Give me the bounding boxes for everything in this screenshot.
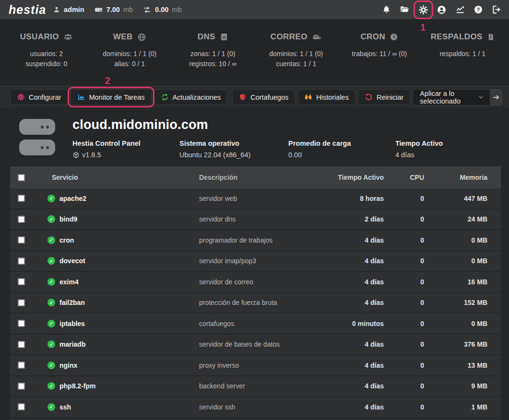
load-value: 0.00	[288, 151, 395, 159]
disk-value: 7.00	[107, 6, 120, 13]
chart-area-icon	[77, 93, 85, 101]
stats-strip: USUARIO usuarios: 2 suspendido: 0 WEB do…	[0, 19, 509, 86]
status-ok-icon	[47, 382, 55, 390]
services-table: Servicio Descripción Tiempo Activo CPU M…	[10, 166, 501, 420]
topbar-bandwidth-usage: 0.00 mb	[142, 5, 181, 14]
row-checkbox[interactable]	[18, 403, 25, 410]
services-table-header: Servicio Descripción Tiempo Activo CPU M…	[10, 166, 501, 188]
table-row[interactable]: iptables cortafuegos 0 minutos 0 0 MB	[10, 314, 501, 335]
stat-web-line1: dominios: 1 / 1 (0)	[88, 49, 172, 59]
service-name: fail2ban	[59, 299, 85, 306]
stat-correo-label: CORREO	[271, 32, 308, 42]
topbar-user[interactable]: admin	[53, 6, 84, 13]
service-cpu: 0	[399, 215, 438, 223]
table-row[interactable]: mariadb servidor de bases de datos 4 día…	[10, 335, 501, 356]
row-checkbox[interactable]	[18, 299, 25, 306]
users-icon	[63, 32, 73, 42]
service-name: exim4	[59, 278, 79, 286]
row-checkbox[interactable]	[18, 341, 25, 348]
updates-button[interactable]: Actualizaciones	[154, 89, 228, 105]
status-ok-icon	[47, 340, 55, 348]
status-ok-icon	[47, 362, 55, 369]
file-zip-icon	[487, 33, 495, 41]
table-row[interactable]: bind9 servidor dns 2 días 0 24 MB	[10, 210, 501, 231]
folder-open-icon[interactable]	[399, 5, 410, 14]
row-checkbox[interactable]	[18, 216, 25, 223]
logout-icon[interactable]	[491, 5, 501, 14]
table-row[interactable]: ssh servidor ssh 4 días 0 1 MB	[10, 397, 501, 418]
panel-info-block: Hestia Control Panel v1.8.5	[72, 140, 179, 159]
service-uptime: 4 días	[313, 299, 399, 306]
apply-to-selected-dropdown[interactable]: Aplicar a lo seleccionado	[413, 89, 490, 105]
service-memory: 376 MB	[438, 340, 501, 348]
task-monitor-button[interactable]: Monitor de Tareas	[71, 89, 152, 105]
question-circle-icon[interactable]: ?	[473, 5, 483, 14]
status-ok-icon	[47, 403, 55, 411]
row-checkbox[interactable]	[18, 236, 25, 244]
row-checkbox[interactable]	[18, 257, 25, 265]
service-uptime: 4 días	[313, 362, 399, 369]
row-checkbox[interactable]	[18, 195, 25, 202]
table-row[interactable]: nginx proxy inverso 4 días 0 13 MB	[10, 355, 501, 376]
service-memory: 9 MB	[438, 382, 501, 390]
refresh-icon	[161, 93, 169, 101]
server-main: cloud.midominio.com Hestia Control Panel…	[72, 116, 502, 165]
stat-usuario[interactable]: USUARIO usuarios: 2 suspendido: 0	[5, 32, 88, 86]
disk-unit: mb	[123, 6, 133, 13]
table-row[interactable]: apache2 servidor web 8 horas 0 447 MB	[10, 188, 501, 210]
updates-button-label: Actualizaciones	[173, 93, 221, 101]
row-checkbox[interactable]	[18, 278, 25, 285]
stat-respaldos[interactable]: RESPALDOS respaldos: 1 / 1	[421, 32, 505, 86]
row-checkbox[interactable]	[18, 320, 25, 327]
stat-correo-line1: dominios: 1 / 1 (0)	[255, 49, 338, 59]
gear-icon	[17, 93, 25, 101]
row-checkbox[interactable]	[18, 383, 25, 390]
shield-icon	[239, 93, 247, 101]
table-row[interactable]: exim4 servidor de correo 4 días 0 16 MB	[10, 272, 501, 293]
panel-version: v1.8.5	[82, 151, 101, 159]
gear-icon[interactable]: 1	[418, 5, 428, 15]
server-hostname: cloud.midominio.com	[72, 117, 502, 132]
stat-usuario-line1: usuarios: 2	[5, 49, 88, 59]
stat-respaldos-line1: respaldos: 1 / 1	[421, 49, 505, 59]
server-rack-icon	[19, 119, 55, 165]
table-row[interactable]: php8.2-fpm backend server 4 días 0 9 MB	[10, 376, 501, 397]
header-service: Servicio	[40, 174, 199, 181]
select-all-checkbox[interactable]	[18, 174, 25, 181]
row-checkbox[interactable]	[18, 362, 25, 369]
firewall-button-label: Cortafuegos	[250, 93, 288, 101]
chart-line-icon[interactable]	[455, 5, 465, 14]
service-uptime: 0 minutos	[313, 320, 399, 327]
service-cpu: 0	[399, 299, 438, 306]
table-row[interactable]: fail2ban protección de fuerza bruta 4 dí…	[10, 293, 501, 314]
table-row[interactable]: dovecot servidor imap/pop3 4 días 0 0 MB	[10, 251, 501, 272]
service-memory: 447 MB	[438, 195, 501, 202]
stat-correo[interactable]: CORREO dominios: 1 / 1 (0) cuentas: 1 / …	[255, 32, 338, 86]
toolbar: Configurar Monitor de Tareas 2 Actualiza…	[0, 86, 509, 108]
status-ok-icon	[47, 215, 55, 223]
service-memory: 0 MB	[438, 320, 501, 327]
restart-button[interactable]: Reiniciar	[358, 89, 410, 105]
header-description: Descripción	[199, 174, 313, 181]
service-description: protección de fuerza bruta	[199, 299, 313, 306]
stat-dns-line1: zonas: 1 / 1 (0)	[171, 49, 255, 59]
services-table-body: apache2 servidor web 8 horas 0 447 MB bi…	[10, 188, 501, 418]
service-uptime: 2 días	[313, 215, 399, 223]
configure-button[interactable]: Configurar	[10, 89, 68, 105]
apply-go-button[interactable]	[490, 89, 502, 105]
service-name: iptables	[59, 320, 85, 327]
stat-web[interactable]: WEB dominios: 1 / 1 (0) alias: 0 / 1	[88, 32, 172, 86]
firewall-button[interactable]: Cortafuegos	[232, 89, 295, 105]
table-row[interactable]: cron programador de trabajos 4 días 0 0 …	[10, 230, 501, 251]
hestia-logo[interactable]: hestia	[9, 3, 53, 17]
annotation-label-step2: 2	[105, 75, 110, 86]
service-name: apache2	[59, 195, 86, 202]
bell-icon[interactable]	[382, 5, 391, 14]
stat-cron[interactable]: CRON trabajos: 11 / ∞ (0)	[338, 32, 421, 86]
user-circle-icon[interactable]	[437, 5, 447, 15]
service-memory: 16 MB	[438, 278, 501, 286]
rotate-left-icon	[365, 93, 373, 101]
service-uptime: 4 días	[313, 382, 399, 390]
stat-dns[interactable]: DNS @ zonas: 1 / 1 (0) registros: 10 / ∞	[171, 32, 255, 86]
logs-button[interactable]: Historiales	[297, 89, 355, 105]
